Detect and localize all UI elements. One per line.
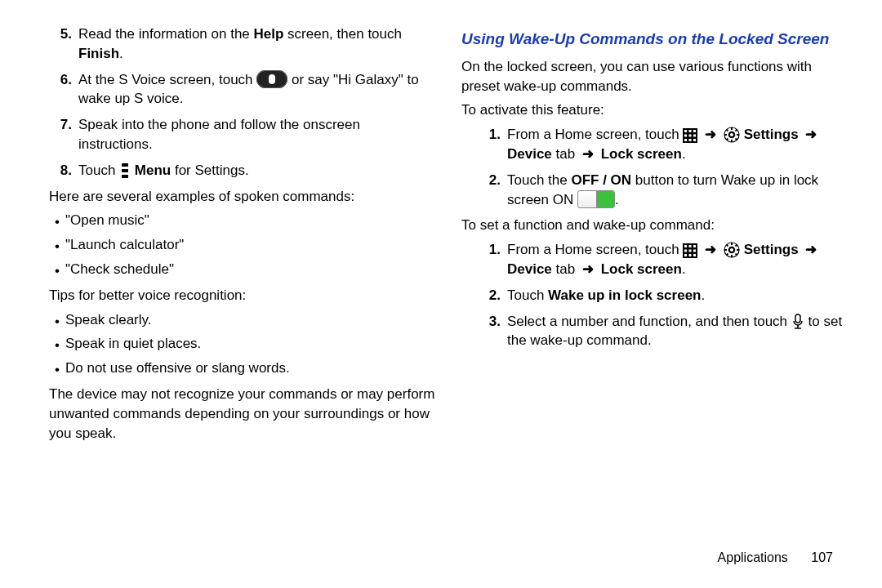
tip-text: Speak in quiet places. xyxy=(65,334,201,355)
step-number: 1. xyxy=(461,125,507,164)
text: Read the information on the xyxy=(78,26,254,42)
lock-screen-label: Lock screen xyxy=(601,261,682,277)
svg-rect-23 xyxy=(693,245,696,247)
example-text: "Open music" xyxy=(65,211,149,232)
activate-steps: 1. From a Home screen, touch ➜ Settings … xyxy=(461,125,849,209)
finish-label: Finish xyxy=(78,46,119,61)
text: screen, then touch xyxy=(283,26,402,42)
wake-up-label: Wake up in lock screen xyxy=(548,287,701,303)
mic-button-icon xyxy=(256,70,287,88)
step-body: From a Home screen, touch ➜ Settings ➜ D… xyxy=(507,240,849,279)
section-name: Applications xyxy=(718,550,788,564)
lock-screen-label: Lock screen xyxy=(601,146,682,162)
svg-rect-24 xyxy=(684,250,687,252)
svg-rect-7 xyxy=(684,139,687,141)
svg-rect-29 xyxy=(693,254,696,256)
svg-point-31 xyxy=(729,247,734,252)
activate-step-1: 1. From a Home screen, touch ➜ Settings … xyxy=(461,125,849,164)
set-step-1: 1. From a Home screen, touch ➜ Settings … xyxy=(461,240,849,279)
bullet-icon xyxy=(49,235,65,256)
bullet-icon xyxy=(49,359,65,380)
svg-rect-27 xyxy=(684,254,687,256)
settings-gear-icon xyxy=(724,242,740,258)
text: Touch xyxy=(78,163,119,178)
list-item: "Open music" xyxy=(49,211,437,232)
svg-line-17 xyxy=(735,139,737,140)
svg-rect-3 xyxy=(693,130,696,132)
svg-rect-28 xyxy=(689,254,692,256)
step-number: 1. xyxy=(461,240,507,279)
tip-text: Do not use offensive or slang words. xyxy=(65,359,290,380)
step-number: 2. xyxy=(461,171,507,210)
settings-label: Settings xyxy=(744,127,799,142)
step-number: 5. xyxy=(49,24,78,64)
step-number: 8. xyxy=(49,161,78,180)
device-label: Device xyxy=(507,261,552,277)
svg-rect-9 xyxy=(693,139,696,141)
continued-steps-list: 5. Read the information on the Help scre… xyxy=(49,24,437,180)
step-body: Touch the OFF / ON button to turn Wake u… xyxy=(507,171,849,210)
svg-line-37 xyxy=(735,254,737,256)
step-8: 8. Touch Menu for Settings. xyxy=(49,161,437,180)
text: From a Home screen, touch xyxy=(507,127,683,142)
step-body: Read the information on the Help screen,… xyxy=(78,24,437,64)
svg-rect-2 xyxy=(689,130,692,132)
svg-rect-40 xyxy=(795,314,800,323)
activate-step-2: 2. Touch the OFF / ON button to turn Wak… xyxy=(461,171,849,210)
svg-rect-6 xyxy=(693,135,696,137)
text: Select a number and function, and then t… xyxy=(507,314,791,329)
list-item: "Launch calculator" xyxy=(49,235,437,256)
two-column-layout: 5. Read the information on the Help scre… xyxy=(49,24,849,448)
step-body: From a Home screen, touch ➜ Settings ➜ D… xyxy=(507,125,849,164)
svg-rect-1 xyxy=(684,130,687,132)
bullet-icon xyxy=(49,310,65,332)
intro-text: On the locked screen, you can use variou… xyxy=(461,57,849,96)
set-intro: To set a function and wake-up command: xyxy=(461,216,849,235)
text: . xyxy=(615,192,619,207)
apps-grid-icon xyxy=(683,243,697,258)
svg-rect-8 xyxy=(689,139,692,141)
activate-intro: To activate this feature: xyxy=(461,100,849,120)
step-body: Touch Wake up in lock screen. xyxy=(507,286,849,305)
settings-gear-icon xyxy=(724,127,740,143)
text: Touch the xyxy=(507,172,571,188)
example-text: "Launch calculator" xyxy=(65,235,184,256)
text: From a Home screen, touch xyxy=(507,242,683,257)
tip-text: Speak clearly. xyxy=(65,310,152,332)
svg-rect-4 xyxy=(684,135,687,137)
svg-rect-21 xyxy=(684,245,687,247)
step-6: 6. At the S Voice screen, touch or say "… xyxy=(49,70,437,109)
bullet-icon xyxy=(49,211,65,232)
text: . xyxy=(682,261,686,277)
step-7: 7. Speak into the phone and follow the o… xyxy=(49,115,437,154)
text: Touch xyxy=(507,287,548,303)
text: . xyxy=(119,46,123,61)
bullet-icon xyxy=(49,334,65,355)
text: tab xyxy=(552,146,579,162)
example-text: "Check schedule" xyxy=(65,260,174,281)
bullet-icon xyxy=(49,260,65,281)
step-5: 5. Read the information on the Help scre… xyxy=(49,24,437,64)
arrow-icon: ➜ xyxy=(802,242,820,257)
step-body: Select a number and function, and then t… xyxy=(507,312,849,351)
svg-rect-5 xyxy=(689,135,692,137)
svg-rect-26 xyxy=(693,250,696,252)
text: . xyxy=(701,287,705,303)
recognition-note: The device may not recognize your comman… xyxy=(49,385,437,443)
toggle-on-icon xyxy=(577,190,615,208)
step-body: Speak into the phone and follow the onsc… xyxy=(78,115,437,154)
page-number: 107 xyxy=(811,550,833,564)
svg-line-39 xyxy=(726,254,728,256)
menu-icon xyxy=(119,163,131,178)
arrow-icon: ➜ xyxy=(702,242,719,257)
arrow-icon: ➜ xyxy=(802,127,820,142)
menu-label: Menu xyxy=(135,163,171,178)
section-heading: Using Wake-Up Commands on the Locked Scr… xyxy=(461,29,849,49)
step-number: 2. xyxy=(461,286,507,305)
step-number: 6. xyxy=(49,70,78,109)
mic-outline-icon xyxy=(791,314,804,330)
set-step-2: 2. Touch Wake up in lock screen. xyxy=(461,286,849,305)
svg-rect-25 xyxy=(689,250,692,252)
svg-rect-22 xyxy=(689,245,692,247)
help-label: Help xyxy=(254,26,284,42)
